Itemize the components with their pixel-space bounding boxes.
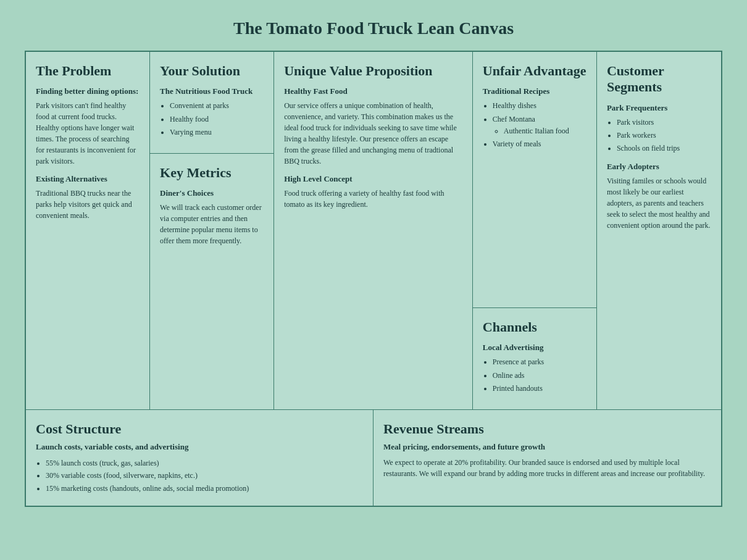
cost-list: 55% launch costs (truck, gas, salaries) … (36, 457, 363, 495)
unfair-section: Unfair Advantage Traditional Recipes Hea… (473, 52, 596, 308)
unfair-channels-column: Unfair Advantage Traditional Recipes Hea… (473, 52, 597, 410)
unfair-list-item: Healthy dishes (493, 100, 586, 112)
problem-subtitle2: Existing Alternatives (36, 174, 140, 184)
problem-text1: Park visitors can't find healthy food at… (36, 100, 140, 167)
metrics-section: Key Metrics Diner's Choices We will trac… (150, 154, 273, 409)
solution-list-item: Convenient at parks (170, 100, 264, 112)
unfair-title: Unfair Advantage (483, 63, 586, 79)
uvp-subtitle2: High Level Concept (284, 174, 462, 184)
customers-text2: Visiting familes or schools would most l… (607, 175, 711, 231)
uvp-subtitle1: Healthy Fast Food (284, 86, 462, 96)
revenue-subtitle: Meal pricing, endorsements, and future g… (383, 442, 711, 452)
metrics-subtitle: Diner's Choices (160, 188, 264, 198)
unfair-subtitle1: Traditional Recipes (483, 86, 586, 96)
channels-list: Presence at parks Online ads Printed han… (483, 356, 586, 395)
customers-column: Customer Segments Park Frequenters Park … (597, 52, 721, 410)
channels-section: Channels Local Advertising Presence at p… (473, 308, 596, 409)
channels-list-item: Online ads (493, 370, 586, 382)
solution-list: Convenient at parks Healthy food Varying… (160, 100, 264, 138)
metrics-title: Key Metrics (160, 165, 264, 181)
revenue-streams-section: Revenue Streams Meal pricing, endorsemen… (374, 410, 721, 506)
problem-column: The Problem Finding better dining option… (26, 52, 150, 410)
solution-section: Your Solution The Nutritious Food Truck … (150, 52, 273, 154)
unfair-list-item: Chef Montana Authentic Italian food (493, 114, 586, 137)
revenue-title: Revenue Streams (383, 421, 711, 437)
solution-list-item: Varying menu (170, 127, 264, 138)
solution-list-item: Healthy food (170, 114, 264, 125)
channels-title: Channels (483, 319, 586, 335)
unfair-nested-item: Authentic Italian food (504, 125, 586, 137)
uvp-text2: Food truck offering a variety of healthy… (284, 188, 462, 210)
cost-list-item: 55% launch costs (truck, gas, salaries) (46, 457, 363, 469)
customers-list-item: Park workers (617, 130, 711, 141)
problem-title: The Problem (36, 63, 140, 79)
customers-title: Customer Segments (607, 63, 711, 96)
customers-list-item: Schools on field trips (617, 143, 711, 154)
page-title: The Tomato Food Truck Lean Canvas (25, 19, 722, 38)
customers-subtitle1: Park Frequenters (607, 103, 711, 113)
cost-title: Cost Structure (36, 421, 363, 437)
cost-structure-section: Cost Structure Launch costs, variable co… (26, 410, 374, 506)
uvp-text1: Our service offers a unique combination … (284, 100, 462, 167)
metrics-text: We will track each customer order via co… (160, 202, 264, 246)
bottom-section: Cost Structure Launch costs, variable co… (26, 410, 721, 506)
customers-list: Park visitors Park workers Schools on fi… (607, 117, 711, 155)
cost-list-item: 15% marketing costs (handouts, online ad… (46, 482, 363, 495)
cost-list-item: 30% variable costs (food, silverware, na… (46, 469, 363, 482)
cost-subtitle: Launch costs, variable costs, and advert… (36, 442, 363, 452)
customers-subtitle2: Early Adopters (607, 162, 711, 172)
revenue-text: We expect to operate at 20% profitabilit… (383, 457, 711, 479)
solution-title: Your Solution (160, 63, 264, 79)
problem-text2: Traditional BBQ trucks near the parks he… (36, 188, 140, 221)
channels-list-item: Presence at parks (493, 356, 586, 368)
solution-subtitle1: The Nutritious Food Truck (160, 86, 264, 96)
solution-metrics-column: Your Solution The Nutritious Food Truck … (150, 52, 274, 410)
uvp-title: Unique Value Proposition (284, 63, 462, 79)
customers-list-item: Park visitors (617, 117, 711, 128)
problem-subtitle1: Finding better dining options: (36, 86, 140, 96)
channels-subtitle: Local Advertising (483, 343, 586, 353)
channels-list-item: Printed handouts (493, 383, 586, 395)
unfair-list: Healthy dishes Chef Montana Authentic It… (483, 100, 586, 150)
unfair-list-item: Variety of meals (493, 138, 586, 150)
lean-canvas: The Problem Finding better dining option… (25, 51, 722, 507)
uvp-column: Unique Value Proposition Healthy Fast Fo… (274, 52, 473, 410)
